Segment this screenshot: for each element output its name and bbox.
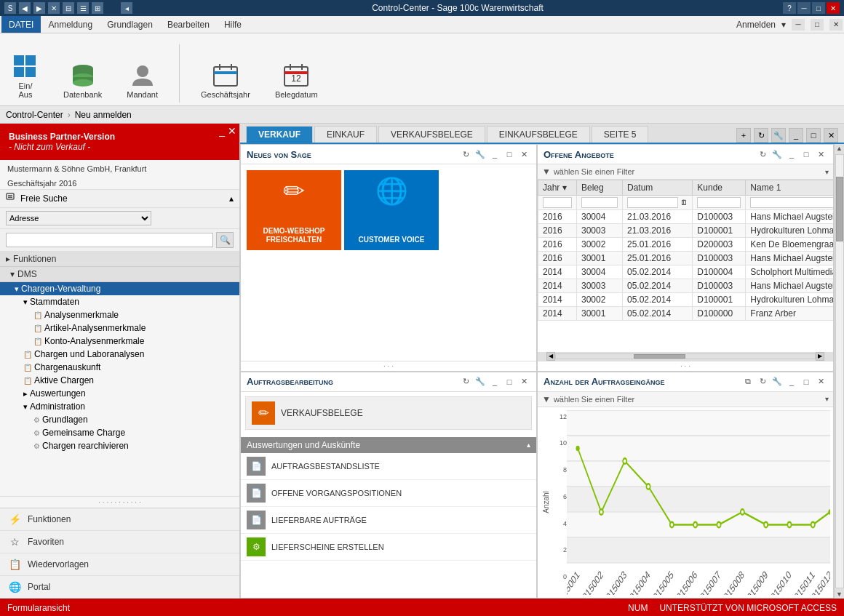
ae-maximize-btn[interactable]: □ (800, 375, 813, 388)
filter-beleg[interactable] (577, 196, 623, 210)
ribbon-btn-geschaeftsjahr[interactable]: Geschäftsjahr (194, 59, 257, 103)
tree-item-chargen-rearch[interactable]: ⚙ Chargen rearchivieren (0, 439, 239, 452)
ae-settings-btn[interactable]: 🔧 (771, 375, 784, 388)
minimize-app-btn[interactable]: ─ (792, 19, 805, 31)
close-small-icon[interactable]: ✕ (48, 2, 60, 14)
tree-item-chargen-verwaltung[interactable]: ▾ Chargen-Verwaltung (0, 282, 239, 295)
tab-refresh-btn[interactable]: ↻ (754, 128, 768, 143)
menu-anmeldung[interactable]: Anmeldung (41, 16, 100, 33)
scroll-thumb[interactable] (634, 354, 685, 359)
tree-item-auswertungen[interactable]: ▸ Auswertungen (0, 387, 239, 400)
ribbon-btn-mandant[interactable]: Mandant (120, 59, 164, 103)
ribbon-btn-einaus[interactable]: Ein/Aus (6, 50, 45, 103)
scroll-left[interactable]: ◀ (546, 352, 555, 361)
tab-minimize-btn[interactable]: _ (789, 128, 803, 143)
tree-item-gemeinsame-charge[interactable]: ⚙ Gemeinsame Charge (0, 426, 239, 439)
table-row[interactable]: 20143000205.02.2014D100001Hydrokulturen … (538, 293, 834, 307)
table-row[interactable]: 20163000321.03.2016D100001Hydrokulturen … (538, 224, 834, 238)
ribbon-btn-belegdatum[interactable]: 12 Belegdatum (268, 59, 325, 103)
lp-close-btn[interactable]: ✕ (228, 125, 236, 137)
menu-bearbeiten[interactable]: Bearbeiten (160, 16, 217, 33)
rs-thumb[interactable] (836, 177, 843, 241)
nav-portal[interactable]: 🌐 Portal (0, 576, 239, 599)
menu-icon[interactable]: ☰ (77, 2, 89, 14)
col-jahr[interactable]: Jahr ▾ (538, 180, 577, 196)
tab-einkauf[interactable]: EINKAUF (314, 126, 377, 143)
ab-close-btn[interactable]: ✕ (517, 375, 530, 388)
minimize-button[interactable]: ─ (797, 2, 811, 14)
filter-datum[interactable]: 🗓 (623, 196, 693, 210)
date-picker-icon[interactable]: 🗓 (680, 199, 688, 207)
filter-name1[interactable] (746, 196, 833, 210)
tree-item-aktive-chargen[interactable]: 📋 Aktive Chargen (0, 374, 239, 387)
tab-seite5[interactable]: SEITE 5 (592, 126, 649, 143)
forward-icon[interactable]: ▶ (33, 2, 45, 14)
lp-collapse-btn[interactable]: _ (219, 125, 225, 137)
oa-close-btn[interactable]: ✕ (814, 148, 827, 161)
menu-hilfe[interactable]: Hilfe (217, 16, 249, 33)
tab-maximize-btn[interactable]: □ (806, 128, 821, 143)
tab-verkaufsbelege[interactable]: VERKAUFSBELEGE (378, 126, 485, 143)
ns-minimize-btn[interactable]: _ (488, 148, 501, 161)
scroll-track[interactable] (555, 353, 816, 359)
search-expand[interactable]: ▴ (229, 193, 234, 204)
col-kunde[interactable]: Kunde (693, 180, 746, 196)
menu-grundlagen[interactable]: Grundlagen (100, 16, 160, 33)
ns-settings-btn[interactable]: 🔧 (474, 148, 487, 161)
close-button[interactable]: ✕ (827, 2, 840, 14)
news-tile-customer-voice[interactable]: 🌐 CUSTOMER VOICE (344, 170, 439, 250)
auswertung-auftragsbestandsliste[interactable]: 📄 AUFTRAGSBESTANDSLISTE (241, 453, 536, 480)
oa-settings-btn[interactable]: 🔧 (771, 148, 784, 161)
ribbon-btn-datenbank[interactable]: Datenbank (57, 59, 108, 103)
filter-jahr[interactable] (538, 196, 577, 210)
news-tile-webshop[interactable]: ✏ DEMO-WEBSHOP FREISCHALTEN (247, 170, 341, 250)
tree-item-chargen-labor[interactable]: 📋 Chargen und Laboranalysen (0, 348, 239, 361)
nav-funktionen[interactable]: ⚡ Funktionen (0, 508, 239, 531)
col-beleg[interactable]: Beleg (577, 180, 623, 196)
ab-minimize-btn[interactable]: _ (488, 375, 501, 388)
tab-verkauf[interactable]: VERKAUF (246, 126, 313, 143)
auswertung-lieferscheine[interactable]: ⚙ LIEFERSCHEINE ERSTELLEN (241, 534, 536, 561)
back-icon[interactable]: ◀ (19, 2, 31, 14)
oa-table-scroll[interactable]: Jahr ▾ Beleg Datum Kunde Name 1 (538, 180, 833, 352)
oa-minimize-btn[interactable]: _ (785, 148, 798, 161)
table-row[interactable]: 20163000225.01.2016D200003Ken De Bloemen… (538, 238, 834, 252)
ae-minimize-btn[interactable]: _ (785, 375, 798, 388)
rs-track[interactable] (835, 154, 844, 588)
menu-datei[interactable]: DATEI (1, 16, 41, 33)
oa-filter-arrow[interactable]: ▾ (825, 168, 829, 176)
maximize-button[interactable]: □ (812, 2, 825, 14)
auswertung-lieferbare-auftraege[interactable]: 📄 LIEFERBARE AUFTRÄGE (241, 507, 536, 534)
ns-refresh-btn[interactable]: ↻ (459, 148, 472, 161)
tree-item-chargenauskunft[interactable]: 📋 Chargenauskunft (0, 361, 239, 374)
tab-einkaufsbelege[interactable]: EINKAUFSBELEGE (487, 126, 590, 143)
help-button[interactable]: ? (783, 2, 796, 14)
ae-close-btn[interactable]: ✕ (814, 375, 827, 388)
col-datum[interactable]: Datum (623, 180, 693, 196)
table-row[interactable]: 20163000421.03.2016D100003Hans Michael A… (538, 210, 834, 224)
auftrags-main-tile[interactable]: ✏ VERKAUFSBELEGE (245, 396, 532, 430)
search-type-select[interactable]: Adresse (6, 211, 151, 225)
search-button[interactable]: 🔍 (216, 232, 234, 248)
nav-favoriten[interactable]: ☆ Favoriten (0, 531, 239, 553)
ns-close-btn[interactable]: ✕ (517, 148, 530, 161)
rs-down-btn[interactable]: ▼ (835, 590, 844, 599)
tab-add-btn[interactable]: + (736, 128, 751, 143)
restore-app-btn[interactable]: □ (811, 19, 824, 31)
tree-item-konto-analysen[interactable]: 📋 Konto-Analysenmerkmale (0, 335, 239, 348)
table-row[interactable]: 20143000105.02.2014D100000Franz Arber (538, 307, 834, 321)
menu-right-arrow[interactable]: ▾ (781, 20, 786, 30)
oa-refresh-btn[interactable]: ↻ (756, 148, 769, 161)
oa-maximize-btn[interactable]: □ (800, 148, 813, 161)
tab-settings-btn[interactable]: 🔧 (771, 128, 786, 143)
table-row[interactable]: 20143000405.02.2014D100004Scholphort Mul… (538, 265, 834, 279)
tree-item-grundlagen[interactable]: ⚙ Grundlagen (0, 413, 239, 426)
ns-maximize-btn[interactable]: □ (503, 148, 516, 161)
search-input[interactable] (6, 233, 213, 247)
tree-item-administration[interactable]: ▾ Administration (0, 400, 239, 413)
ae-refresh-btn[interactable]: ↻ (756, 375, 769, 388)
ab-settings-btn[interactable]: 🔧 (474, 375, 487, 388)
ae-copy-btn[interactable]: ⧉ (741, 375, 755, 388)
tree-item-analysen[interactable]: 📋 Analysenmerkmale (0, 308, 239, 321)
col-name1[interactable]: Name 1 (746, 180, 833, 196)
